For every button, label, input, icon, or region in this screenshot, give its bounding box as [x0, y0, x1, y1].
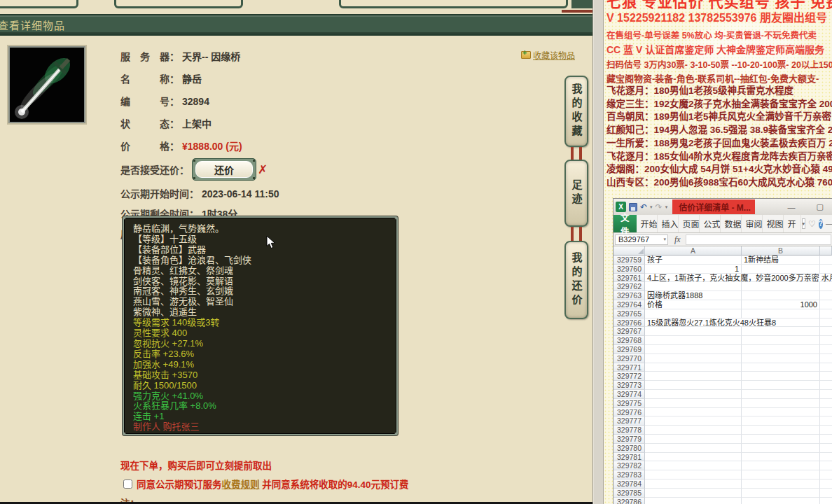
select-all-corner[interactable] — [613, 246, 645, 255]
cell-b[interactable] — [742, 498, 820, 504]
heart-icon[interactable]: ♡ — [808, 219, 816, 229]
row-number[interactable]: 329780 — [613, 444, 645, 453]
cell-b[interactable] — [742, 435, 820, 444]
cell-a[interactable] — [645, 444, 742, 453]
cell-a[interactable] — [645, 282, 742, 291]
cell-c[interactable] — [820, 255, 832, 265]
row-number[interactable]: 329769 — [613, 345, 645, 354]
name-box-dropdown-icon[interactable]: ▾ — [663, 237, 667, 242]
cell-b[interactable] — [742, 390, 820, 399]
cell-a[interactable] — [645, 416, 742, 426]
cell-a[interactable]: 因缘桥武器1888 — [645, 291, 742, 300]
cell-c[interactable] — [820, 282, 832, 291]
cell-a[interactable] — [645, 435, 742, 444]
cell-c[interactable] — [820, 498, 832, 504]
side-tab-footprints[interactable]: 足迹 — [564, 160, 588, 227]
cell-a[interactable] — [645, 336, 742, 345]
cell-a[interactable] — [645, 354, 742, 363]
ribbon-tab-页面[interactable]: 页面 — [679, 215, 700, 232]
row-number[interactable]: 329778 — [613, 426, 645, 435]
cell-b[interactable] — [742, 282, 820, 291]
cell-a[interactable] — [645, 399, 742, 408]
cell-c[interactable] — [820, 363, 832, 372]
page-scrollbar[interactable] — [592, 0, 604, 504]
cell-c[interactable] — [820, 381, 832, 390]
row-number[interactable]: 329770 — [613, 354, 645, 363]
row-number[interactable]: 329785 — [613, 489, 645, 498]
cell-c[interactable] — [820, 470, 832, 479]
cell-a[interactable]: 15级武器忽火27.1炼化克火48火狂暴8 — [645, 318, 778, 328]
cell-c[interactable] — [820, 426, 832, 435]
row-number[interactable]: 329786 — [613, 498, 645, 504]
cell-c[interactable] — [820, 390, 832, 399]
row-number[interactable]: 329766 — [613, 318, 645, 328]
cell-c[interactable] — [820, 291, 832, 300]
cell-b[interactable] — [742, 399, 820, 408]
cell-b[interactable] — [742, 416, 820, 426]
row-number[interactable]: 329764 — [613, 300, 645, 309]
cell-a[interactable] — [645, 327, 742, 336]
cell-b[interactable] — [742, 453, 820, 462]
column-header-a[interactable]: A — [645, 246, 742, 255]
cell-b[interactable] — [742, 372, 820, 381]
cell-c[interactable] — [820, 408, 832, 417]
row-number[interactable]: 329768 — [613, 336, 645, 345]
cell-b[interactable] — [742, 408, 820, 417]
cell-a[interactable] — [645, 498, 742, 504]
qat-dropdown-icon[interactable]: ▾ — [665, 204, 668, 210]
undo-dropdown-icon[interactable]: ▾ — [650, 204, 653, 210]
cell-c[interactable] — [820, 318, 832, 328]
cell-c[interactable] — [820, 336, 832, 345]
cell-a[interactable] — [645, 372, 742, 381]
cell-a[interactable] — [645, 408, 742, 417]
cell-a[interactable] — [645, 489, 742, 498]
cell-a[interactable] — [645, 345, 742, 354]
cell-a[interactable] — [645, 426, 742, 435]
cell-c[interactable] — [820, 354, 832, 363]
cell-b[interactable] — [742, 461, 820, 470]
favorite-link[interactable]: 收藏该物品 — [521, 49, 575, 61]
row-number[interactable]: 329783 — [613, 470, 645, 479]
row-number[interactable]: 329759 — [613, 255, 645, 265]
row-number[interactable]: 329761 — [613, 274, 645, 283]
cell-c[interactable] — [820, 399, 832, 408]
row-number[interactable]: 329774 — [613, 390, 645, 399]
cell-a[interactable] — [645, 381, 742, 390]
cell-c[interactable] — [820, 309, 832, 318]
cell-b[interactable]: 1新神结局 — [742, 255, 820, 265]
cell-a[interactable] — [645, 390, 742, 399]
row-number[interactable]: 329763 — [613, 291, 645, 300]
cell-c[interactable] — [820, 327, 832, 336]
ribbon-tab-视图[interactable]: 视图 — [763, 215, 784, 232]
cell-c[interactable] — [820, 489, 832, 498]
row-number[interactable]: 329776 — [613, 408, 645, 417]
row-number[interactable]: 329784 — [613, 479, 645, 489]
cell-c[interactable] — [820, 265, 832, 274]
ribbon-tab-开始[interactable]: 开始 — [637, 215, 658, 232]
bargain-button[interactable]: 还价 — [195, 161, 253, 178]
row-number[interactable]: 329782 — [613, 461, 645, 470]
cell-b[interactable] — [742, 363, 820, 372]
cell-b[interactable] — [742, 309, 820, 318]
cell-c[interactable] — [820, 416, 832, 426]
help-icon[interactable]: ? — [819, 219, 823, 229]
formula-input[interactable] — [686, 234, 831, 245]
row-number[interactable]: 329760 — [613, 265, 645, 274]
cell-a[interactable] — [645, 461, 742, 470]
cell-c[interactable] — [820, 345, 832, 354]
column-header-c[interactable] — [820, 246, 832, 255]
ribbon-tab-公式[interactable]: 公式 — [700, 215, 721, 232]
ribbon-more-icon[interactable]: ▾ — [802, 218, 806, 229]
cell-a[interactable] — [645, 479, 742, 489]
cell-c[interactable] — [820, 300, 832, 309]
row-number[interactable]: 329775 — [613, 399, 645, 408]
cell-b[interactable] — [742, 426, 820, 435]
ribbon-tab-file[interactable]: 文件 — [613, 215, 637, 232]
cell-a[interactable]: 孩子 — [645, 255, 742, 265]
cell-c[interactable] — [820, 372, 832, 381]
cell-b[interactable] — [742, 354, 820, 363]
save-icon[interactable] — [629, 203, 637, 211]
cell-c[interactable] — [820, 479, 832, 489]
cell-c[interactable] — [820, 444, 832, 453]
cell-a[interactable] — [645, 470, 742, 479]
